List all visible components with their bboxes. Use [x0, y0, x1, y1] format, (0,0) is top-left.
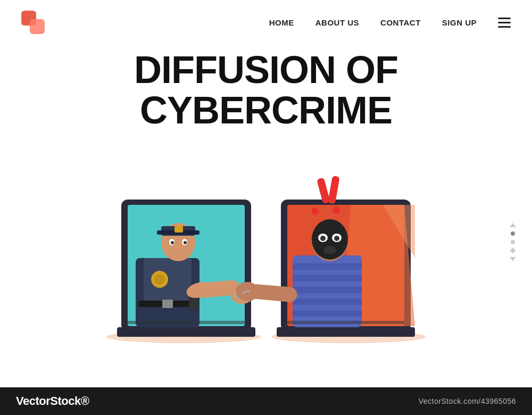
hamburger-line-1	[498, 18, 511, 19]
hamburger-line-3	[498, 26, 511, 28]
logo[interactable]	[21, 11, 45, 34]
hamburger-line-2	[498, 22, 511, 23]
header: HOME ABOUT US CONTACT SIGN UP	[0, 0, 532, 45]
logo-shape	[21, 11, 45, 34]
svg-point-43	[334, 236, 339, 241]
logo-rect-front	[30, 19, 45, 34]
scroll-indicators	[510, 223, 516, 261]
svg-rect-35	[293, 310, 362, 317]
svg-rect-9	[162, 300, 173, 308]
svg-point-42	[320, 236, 326, 241]
nav-contact[interactable]: CONTACT	[380, 18, 421, 27]
nav-about[interactable]: ABOUT US	[315, 18, 359, 27]
svg-rect-34	[293, 298, 362, 305]
svg-point-7	[154, 274, 165, 285]
scroll-up-arrow[interactable]	[510, 223, 516, 227]
svg-point-23	[184, 241, 187, 244]
nav-signup[interactable]: SIGN UP	[442, 18, 477, 27]
illustration-svg	[85, 152, 447, 343]
scroll-dot-2[interactable]	[511, 240, 515, 244]
hamburger-menu[interactable]	[498, 18, 511, 28]
svg-rect-33	[293, 287, 362, 293]
laptops-scene	[85, 152, 447, 343]
page-title: DIFFUSION OF CYBERCRIME	[0, 45, 532, 141]
svg-rect-31	[293, 263, 362, 270]
illustration-area	[0, 141, 532, 343]
svg-rect-32	[293, 275, 362, 281]
scroll-dot-1[interactable]	[511, 231, 515, 236]
svg-rect-19	[174, 226, 183, 233]
scroll-down-arrow[interactable]	[510, 257, 516, 261]
svg-point-44	[323, 246, 336, 254]
svg-point-22	[171, 241, 174, 244]
navigation: HOME ABOUT US CONTACT SIGN UP	[269, 18, 511, 28]
scroll-dot-3[interactable]	[510, 248, 516, 254]
footer-url: VectorStock.com/43965056	[419, 397, 516, 405]
svg-rect-49	[128, 321, 245, 324]
svg-rect-50	[287, 321, 404, 324]
footer-bar: VectorStock® VectorStock.com/43965056	[0, 387, 532, 415]
footer-logo: VectorStock®	[16, 394, 89, 408]
nav-home[interactable]: HOME	[269, 18, 294, 27]
